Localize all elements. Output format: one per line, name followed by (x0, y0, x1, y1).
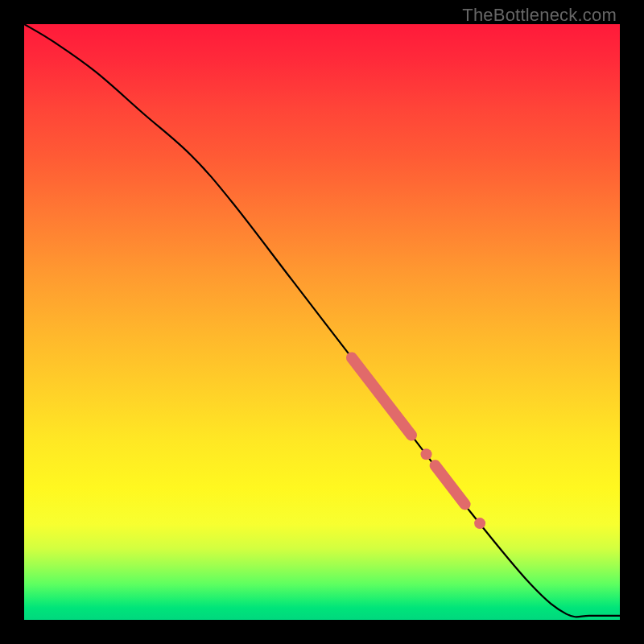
chart-stage: TheBottleneck.com (0, 0, 644, 644)
attribution-label: TheBottleneck.com (462, 5, 617, 26)
plot-area (24, 24, 620, 620)
highlight-dot (474, 518, 485, 529)
highlight-dot (421, 448, 432, 460)
plot-overlay-svg (24, 24, 620, 620)
highlight-segment (352, 357, 411, 435)
bottleneck-curve (24, 24, 620, 617)
highlight-segment (436, 465, 465, 504)
